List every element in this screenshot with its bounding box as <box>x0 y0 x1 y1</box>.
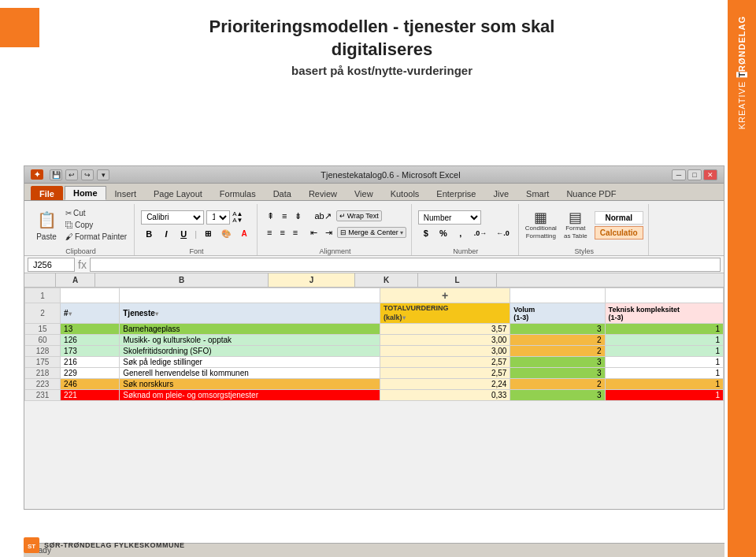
col-header-b[interactable]: B <box>95 273 269 287</box>
cell-231l[interactable]: 1 <box>605 390 723 401</box>
cell-231b[interactable]: Søknad om pleie- og omsorgstjenester <box>120 390 380 401</box>
cut-button[interactable]: ✂ Cut <box>63 208 129 218</box>
calculation-style-button[interactable]: Calculatio <box>595 226 643 240</box>
align-center-btn[interactable]: ≡ <box>276 226 287 239</box>
cell-128a[interactable]: 173 <box>61 346 120 357</box>
cell-218j[interactable]: 2,57 <box>380 368 510 379</box>
cell-60b[interactable]: Musikk- og kulturskole - opptak <box>120 335 380 346</box>
format-painter-button[interactable]: 🖌 Format Painter <box>63 232 129 242</box>
cell-218l[interactable]: 1 <box>605 368 723 379</box>
cell-128j[interactable]: 3,00 <box>380 346 510 357</box>
tab-smart[interactable]: Smart <box>517 186 558 200</box>
customize-btn[interactable]: ▾ <box>97 169 109 180</box>
redo-btn[interactable]: ↪ <box>81 169 94 180</box>
cell-175a[interactable]: 216 <box>61 357 120 368</box>
number-format-select[interactable]: Number <box>418 210 481 225</box>
cell-15l[interactable]: 1 <box>605 324 723 335</box>
tab-page-layout[interactable]: Page Layout <box>145 186 211 200</box>
font-color-button[interactable]: A <box>236 228 252 240</box>
align-middle-btn[interactable]: ≡ <box>279 210 290 222</box>
cell-223l[interactable]: 1 <box>605 379 723 390</box>
normal-style-button[interactable]: Normal <box>595 211 643 225</box>
align-bottom-btn[interactable]: ⇟ <box>291 210 305 223</box>
tab-enterprise[interactable]: Enterprise <box>428 186 484 200</box>
comma-btn[interactable]: , <box>453 227 469 240</box>
col-header-a[interactable]: A <box>56 273 95 287</box>
cell-223k[interactable]: 2 <box>510 379 605 390</box>
formula-input[interactable] <box>90 258 721 272</box>
cell-175j[interactable]: 2,57 <box>380 357 510 368</box>
conditional-formatting-button[interactable]: ▦ ConditionalFormatting <box>525 210 557 240</box>
cell-2b[interactable]: Tjeneste▾ <box>120 303 380 324</box>
cell-175k[interactable]: 3 <box>510 357 605 368</box>
align-left-btn[interactable]: ≡ <box>264 226 275 239</box>
cell-175l[interactable]: 1 <box>605 357 723 368</box>
col-header-l[interactable]: L <box>418 273 497 287</box>
tab-insert[interactable]: Insert <box>106 186 146 200</box>
font-size-select[interactable]: 11 <box>206 210 230 225</box>
italic-button[interactable]: I <box>158 228 174 240</box>
cell-2j[interactable]: TOTALVURDERING(kalk)▾ <box>380 303 510 324</box>
cell-231j[interactable]: 0,33 <box>380 390 510 401</box>
cell-2a[interactable]: #▾ <box>61 303 120 324</box>
currency-btn[interactable]: $ <box>418 227 434 240</box>
font-name-select[interactable]: Calibri <box>141 210 204 225</box>
cell-1a[interactable] <box>61 288 120 303</box>
cell-60k[interactable]: 2 <box>510 335 605 346</box>
cell-223b[interactable]: Søk norskkurs <box>120 379 380 390</box>
align-top-btn[interactable]: ⇞ <box>264 210 277 223</box>
tab-jive[interactable]: Jive <box>484 186 517 200</box>
cell-15a[interactable]: 13 <box>61 324 120 335</box>
cell-218b[interactable]: Generell henvendelse til kommunen <box>120 368 380 379</box>
text-angle-btn[interactable]: ab↗ <box>311 210 334 223</box>
font-size-decrease-btn[interactable]: A▼ <box>232 217 243 224</box>
save-quick-btn[interactable]: 💾 <box>50 169 62 180</box>
cell-15b[interactable]: Barnehageplass <box>120 324 380 335</box>
decimal-inc-btn[interactable]: .0→ <box>470 228 491 239</box>
tab-nuance[interactable]: Nuance PDF <box>558 186 624 200</box>
underline-button[interactable]: U <box>176 228 191 240</box>
cell-128b[interactable]: Skolefritidsordning (SFO) <box>120 346 380 357</box>
cell-1b[interactable] <box>120 288 380 303</box>
format-as-table-button[interactable]: ▤ Formatas Table <box>560 210 591 240</box>
bold-button[interactable]: B <box>141 228 157 240</box>
paste-button[interactable]: 📋 Paste <box>32 207 61 243</box>
maximize-btn[interactable]: □ <box>687 169 702 180</box>
cell-128l[interactable]: 1 <box>605 346 723 357</box>
tab-formulas[interactable]: Formulas <box>211 186 265 200</box>
align-right-btn[interactable]: ≡ <box>290 226 301 239</box>
cell-60j[interactable]: 3,00 <box>380 335 510 346</box>
wrap-text-button[interactable]: ↵ Wrap Text <box>336 210 382 221</box>
cell-60l[interactable]: 1 <box>605 335 723 346</box>
cell-128k[interactable]: 2 <box>510 346 605 357</box>
close-btn[interactable]: ✕ <box>703 169 717 180</box>
cell-223j[interactable]: 2,24 <box>380 379 510 390</box>
tab-file[interactable]: File <box>31 186 63 200</box>
percent-btn[interactable]: % <box>435 227 451 240</box>
cell-218a[interactable]: 229 <box>61 368 120 379</box>
minimize-btn[interactable]: ─ <box>672 169 686 180</box>
cell-2k[interactable]: Volum(1-3) <box>510 303 605 324</box>
copy-button[interactable]: ⿻ Copy <box>63 220 129 230</box>
cell-1j[interactable]: + <box>380 288 510 303</box>
col-header-j[interactable]: J <box>269 273 355 287</box>
indent-dec-btn[interactable]: ⇤ <box>307 226 321 240</box>
undo-btn[interactable]: ↩ <box>65 169 78 180</box>
cell-231a[interactable]: 221 <box>61 390 120 401</box>
cell-60a[interactable]: 126 <box>61 335 120 346</box>
col-header-k[interactable]: K <box>355 273 418 287</box>
cell-1k[interactable] <box>510 288 605 303</box>
cell-175b[interactable]: Søk på ledige stillinger <box>120 357 380 368</box>
cell-1l[interactable] <box>605 288 723 303</box>
border-button[interactable]: ⊞ <box>200 228 216 240</box>
cell-231k[interactable]: 3 <box>510 390 605 401</box>
tab-view[interactable]: View <box>346 186 382 200</box>
tab-home[interactable]: Home <box>65 186 106 200</box>
tab-kutools[interactable]: Kutools <box>382 186 428 200</box>
cell-reference-box[interactable]: J256 <box>28 258 75 272</box>
cell-218k[interactable]: 3 <box>510 368 605 379</box>
decimal-dec-btn[interactable]: ←.0 <box>492 228 513 239</box>
cell-2l[interactable]: Teknisk kompleksitet(1-3) <box>605 303 723 324</box>
office-button[interactable]: ✦ <box>31 169 43 180</box>
fill-color-button[interactable]: 🎨 <box>217 228 235 240</box>
